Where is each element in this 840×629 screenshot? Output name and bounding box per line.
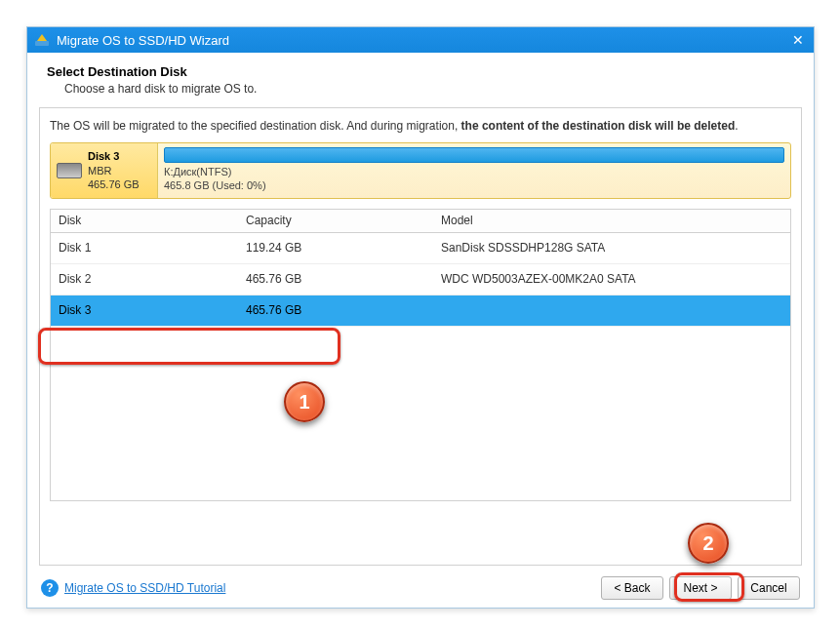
help-icon[interactable]: ? — [41, 579, 59, 597]
svg-rect-0 — [35, 41, 49, 46]
table-row-selected[interactable]: Disk 3 465.76 GB — [51, 295, 790, 327]
wizard-icon — [33, 31, 51, 49]
partition-label: К:Диск(NTFS) — [164, 166, 231, 177]
window-title: Migrate OS to SSD/HD Wizard — [57, 33, 788, 48]
cancel-button[interactable]: Cancel — [738, 576, 800, 600]
partition-usage: 465.8 GB (Used: 0%) — [164, 179, 266, 191]
selected-disk-summary: Disk 3 MBR 465.76 GB К:Диск(NTFS) 465.8 … — [50, 142, 791, 199]
titlebar: Migrate OS to SSD/HD Wizard ✕ — [27, 27, 814, 53]
table-row[interactable]: Disk 1 119.24 GB SanDisk SDSSDHP128G SAT… — [51, 233, 790, 264]
table-row[interactable]: Disk 2 465.76 GB WDC WD5003AZEX-00MK2A0 … — [51, 264, 790, 295]
selected-disk-name: Disk 3 — [88, 150, 119, 162]
page-title: Select Destination Disk — [47, 64, 794, 79]
selected-disk-scheme: MBR — [88, 165, 111, 177]
selected-disk-size: 465.76 GB — [88, 178, 140, 190]
table-header: Disk Capacity Model — [51, 210, 790, 233]
disk-table: Disk Capacity Model Disk 1 119.24 GB San… — [50, 209, 791, 501]
partition-area: К:Диск(NTFS) 465.8 GB (Used: 0%) — [158, 143, 790, 198]
partition-bar — [164, 147, 784, 163]
next-button[interactable]: Next > — [669, 576, 732, 600]
col-model-header[interactable]: Model — [441, 214, 790, 227]
wizard-window: Migrate OS to SSD/HD Wizard ✕ Select Des… — [26, 26, 815, 609]
col-capacity-header[interactable]: Capacity — [246, 214, 441, 227]
hdd-icon — [57, 163, 82, 178]
col-disk-header[interactable]: Disk — [51, 214, 246, 227]
page-subtitle: Choose a hard disk to migrate OS to. — [64, 82, 794, 96]
back-button[interactable]: < Back — [601, 576, 663, 600]
footer: ? Migrate OS to SSD/HD Tutorial < Back N… — [27, 569, 814, 608]
header: Select Destination Disk Choose a hard di… — [27, 53, 814, 107]
close-icon[interactable]: ✕ — [788, 30, 808, 50]
content-panel: The OS will be migrated to the specified… — [39, 107, 802, 566]
tutorial-link[interactable]: Migrate OS to SSD/HD Tutorial — [64, 581, 225, 595]
warning-text: The OS will be migrated to the specified… — [50, 118, 791, 135]
disk-label-block: Disk 3 MBR 465.76 GB — [51, 143, 158, 198]
